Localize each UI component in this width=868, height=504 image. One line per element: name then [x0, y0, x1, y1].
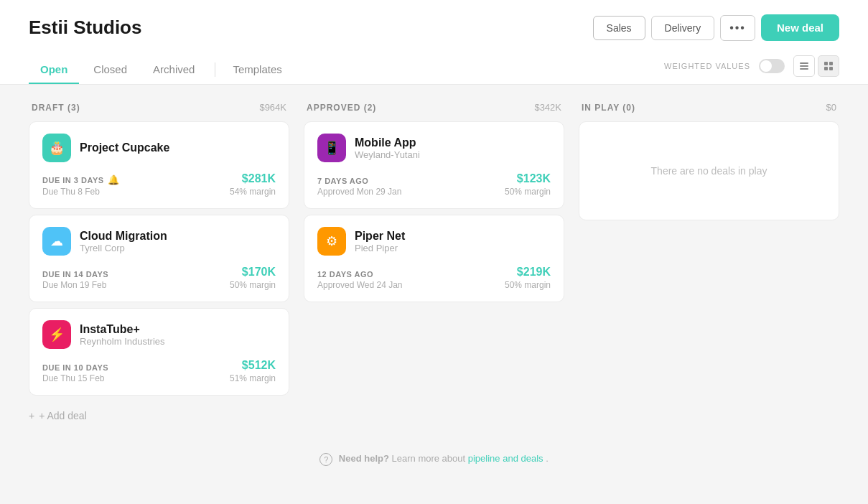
deal-company: Weyland-Yutani — [355, 149, 420, 160]
page-title: Estii Studios — [29, 17, 141, 39]
column-total-draft: $964K — [259, 102, 286, 113]
deal-icon: ☁ — [42, 227, 71, 256]
deal-info: InstaTube+Reynholm Industries — [80, 323, 165, 347]
deal-card-top: 🎂Project Cupcake — [42, 134, 276, 162]
svg-rect-0 — [800, 62, 808, 64]
deal-card-top: ⚙Piper NetPied Piper — [317, 227, 551, 256]
tab-closed[interactable]: Closed — [82, 56, 139, 84]
app-container: Estii Studios Sales Delivery ••• New dea… — [0, 0, 868, 504]
deal-icon: ⚡ — [42, 320, 71, 349]
deal-card[interactable]: ☁Cloud MigrationTyrell CorpDUE IN 14 DAY… — [29, 215, 289, 302]
tab-divider — [215, 62, 215, 77]
deal-margin: 50% margin — [505, 280, 551, 290]
deal-card[interactable]: 🎂Project CupcakeDUE IN 3 DAYS🔔Due Thu 8 … — [29, 121, 289, 209]
deal-value-info: $281K54% margin — [230, 172, 276, 197]
tab-archived[interactable]: Archived — [141, 56, 206, 84]
deal-value: $281K — [230, 172, 276, 185]
add-deal-button[interactable]: + + Add deal — [29, 407, 839, 424]
bell-icon: 🔔 — [108, 174, 120, 185]
deal-card[interactable]: ⚡InstaTube+Reynholm IndustriesDUE IN 10 … — [29, 308, 289, 396]
column-total-approved: $342K — [534, 102, 561, 113]
deal-company: Tyrell Corp — [80, 243, 167, 253]
header-top: Estii Studios Sales Delivery ••• New dea… — [29, 14, 839, 41]
tab-templates[interactable]: Templates — [221, 56, 293, 84]
help-text: Need help? — [339, 453, 389, 464]
delivery-button[interactable]: Delivery — [651, 16, 715, 40]
more-button[interactable]: ••• — [720, 15, 755, 41]
deal-card[interactable]: ⚙Piper NetPied Piper12 DAYS AGOApproved … — [304, 215, 564, 302]
svg-rect-5 — [824, 67, 828, 70]
deal-card-bottom: DUE IN 10 DAYSDue Thu 15 Feb$512K51% mar… — [42, 359, 276, 383]
help-icon: ? — [319, 453, 332, 466]
deal-value-info: $219K50% margin — [505, 266, 551, 290]
deal-card[interactable]: 📱Mobile AppWeyland-Yutani7 DAYS AGOAppro… — [304, 121, 564, 209]
grid-view-button[interactable] — [818, 55, 839, 77]
deal-due-date: Due Mon 19 Feb — [42, 280, 108, 290]
deal-value-info: $123K50% margin — [505, 172, 551, 197]
column-header-draft: DRAFT (3)$964K — [29, 102, 289, 113]
tabs-right-controls: WEIGHTED VALUES — [664, 55, 839, 84]
pipeline-link-text: pipeline and deals — [468, 453, 543, 464]
deal-info: Piper NetPied Piper — [355, 230, 405, 253]
sales-button[interactable]: Sales — [593, 16, 645, 40]
deal-info: Cloud MigrationTyrell Corp — [80, 230, 167, 253]
list-icon — [799, 61, 809, 71]
view-icons — [793, 55, 839, 77]
add-deal-label: + Add deal — [39, 410, 87, 421]
deal-info: Project Cupcake — [80, 141, 169, 154]
deal-card-bottom: 7 DAYS AGOApproved Mon 29 Jan$123K50% ma… — [317, 172, 551, 197]
deal-due-info: DUE IN 3 DAYS🔔Due Thu 8 Feb — [42, 174, 119, 197]
weighted-values-label: WEIGHTED VALUES — [664, 62, 750, 70]
grid-icon — [823, 61, 834, 71]
deal-name: Cloud Migration — [80, 230, 167, 243]
deal-margin: 50% margin — [230, 280, 276, 290]
deal-value: $170K — [230, 266, 276, 279]
deal-due-label: 7 DAYS AGO — [317, 177, 401, 185]
weighted-values-toggle[interactable] — [759, 59, 785, 73]
deal-company: Reynholm Industries — [80, 336, 165, 347]
deal-due-info: DUE IN 14 DAYSDue Mon 19 Feb — [42, 270, 108, 290]
column-in_play: IN PLAY (0)$0There are no deals in play — [579, 102, 839, 401]
deal-value-info: $170K50% margin — [230, 266, 276, 290]
deal-card-top: ⚡InstaTube+Reynholm Industries — [42, 320, 276, 349]
deal-value: $123K — [505, 172, 551, 185]
deal-due-info: DUE IN 10 DAYSDue Thu 15 Feb — [42, 363, 108, 383]
main-content: DRAFT (3)$964K🎂Project CupcakeDUE IN 3 D… — [0, 85, 868, 498]
deal-value: $512K — [230, 359, 276, 372]
svg-rect-2 — [800, 68, 808, 70]
tabs-list: Open Closed Archived Templates — [29, 56, 297, 84]
deal-name: InstaTube+ — [80, 323, 165, 336]
empty-column-in_play: There are no deals in play — [579, 121, 839, 220]
column-header-in_play: IN PLAY (0)$0 — [579, 102, 839, 113]
deal-due-label: DUE IN 10 DAYS — [42, 363, 108, 372]
header: Estii Studios Sales Delivery ••• New dea… — [0, 0, 868, 85]
tab-open[interactable]: Open — [29, 56, 79, 84]
deal-card-bottom: DUE IN 14 DAYSDue Mon 19 Feb$170K50% mar… — [42, 266, 276, 290]
deal-due-label: 12 DAYS AGO — [317, 270, 403, 279]
columns-wrapper: DRAFT (3)$964K🎂Project CupcakeDUE IN 3 D… — [29, 102, 839, 401]
new-deal-button[interactable]: New deal — [761, 14, 839, 41]
footer-suffix: . — [546, 453, 549, 464]
svg-rect-3 — [824, 62, 828, 65]
footer: ? Need help? Learn more about pipeline a… — [29, 439, 839, 480]
list-view-button[interactable] — [793, 55, 815, 77]
deal-margin: 51% margin — [230, 373, 276, 383]
deal-due-info: 7 DAYS AGOApproved Mon 29 Jan — [317, 177, 401, 197]
header-actions: Sales Delivery ••• New deal — [593, 14, 839, 41]
deal-value: $219K — [505, 266, 551, 279]
learn-text: Learn more about — [392, 453, 468, 464]
tabs-row: Open Closed Archived Templates WEIGHTED … — [29, 55, 839, 84]
deal-name: Mobile App — [355, 136, 420, 149]
deal-due-date: Due Thu 8 Feb — [42, 187, 119, 197]
column-draft: DRAFT (3)$964K🎂Project CupcakeDUE IN 3 D… — [29, 102, 289, 401]
deal-card-top: 📱Mobile AppWeyland-Yutani — [317, 134, 551, 162]
svg-rect-1 — [800, 65, 808, 67]
deal-due-date: Approved Mon 29 Jan — [317, 187, 401, 197]
deal-icon: ⚙ — [317, 227, 346, 256]
deal-company: Pied Piper — [355, 243, 405, 253]
deal-icon: 📱 — [317, 134, 346, 162]
column-total-in_play: $0 — [826, 102, 836, 113]
pipeline-link[interactable]: pipeline and deals — [468, 453, 546, 464]
deal-name: Piper Net — [355, 230, 405, 243]
svg-rect-4 — [829, 62, 833, 65]
